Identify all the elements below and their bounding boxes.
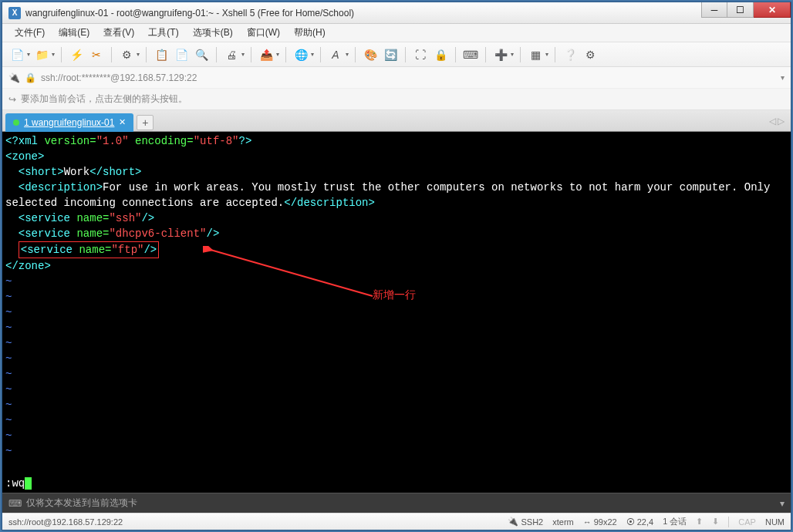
terminal[interactable]: <?xml version="1.0" encoding="utf-8"?> <…: [2, 132, 791, 493]
tilde-line: ~: [5, 428, 788, 443]
dropdown-icon[interactable]: ▾: [276, 51, 279, 58]
menu-window[interactable]: 窗口(W): [241, 24, 286, 42]
reconnect-icon[interactable]: ⚡: [68, 46, 85, 63]
tab-prev-icon[interactable]: ◁: [769, 116, 776, 126]
separator: [455, 47, 456, 62]
tilde-line: ~: [5, 335, 788, 351]
tilde-line: ~: [5, 443, 788, 459]
dropdown-icon[interactable]: ▾: [52, 51, 55, 58]
dropdown-icon[interactable]: ▾: [781, 73, 785, 82]
globe-icon[interactable]: 🌐: [292, 46, 309, 63]
separator: [111, 47, 112, 62]
tilde-line: ~: [5, 289, 788, 305]
xml-line: <service name="dhcpv6-client"/>: [5, 226, 788, 241]
menubar: 文件(F) 编辑(E) 查看(V) 工具(T) 选项卡(B) 窗口(W) 帮助(…: [2, 24, 791, 42]
dropdown-icon[interactable]: ▾: [241, 51, 245, 58]
layout-icon[interactable]: ▦: [527, 46, 544, 63]
separator: [520, 47, 521, 62]
status-connection: ssh://root@192.168.57.129:22: [8, 517, 508, 527]
minimize-button[interactable]: ─: [701, 2, 727, 18]
xml-line: </zone>: [5, 258, 788, 274]
xml-line-highlighted: <service name="ftp"/>: [5, 241, 788, 258]
close-button[interactable]: ✕: [754, 2, 791, 18]
dropdown-icon[interactable]: ▾: [545, 51, 548, 58]
transfer-icon[interactable]: 📤: [258, 46, 275, 63]
menu-tools[interactable]: 工具(T): [142, 24, 184, 42]
menu-file[interactable]: 文件(F): [8, 24, 51, 42]
window-controls: ─ ☐ ✕: [701, 2, 791, 18]
dropdown-icon[interactable]: ▾: [511, 51, 514, 58]
print-icon[interactable]: 🖨: [223, 46, 240, 63]
add-icon[interactable]: ➕: [492, 46, 509, 63]
separator: [61, 47, 62, 62]
tilde-line: ~: [5, 351, 788, 366]
menu-view[interactable]: 查看(V): [97, 24, 140, 42]
maximize-button[interactable]: ☐: [727, 2, 754, 18]
status-cap: CAP: [738, 517, 756, 527]
open-folder-icon[interactable]: 📁: [33, 46, 50, 63]
separator: [285, 47, 286, 62]
fullscreen-icon[interactable]: ⛶: [412, 46, 429, 63]
paste-icon[interactable]: 📄: [173, 46, 190, 63]
status-num: NUM: [765, 517, 785, 527]
tipbar: ↪ 要添加当前会话，点击左侧的箭头按钮。: [2, 89, 791, 110]
tilde-line: ~: [5, 382, 788, 397]
tab-session-1[interactable]: 1 wangruifenglinux-01 ✕: [5, 113, 133, 132]
properties-icon[interactable]: ⚙: [118, 46, 135, 63]
statusbar: ssh://root@192.168.57.129:22 🔌SSH2 xterm…: [2, 513, 791, 530]
separator: [555, 47, 555, 62]
input-placeholder[interactable]: 仅将文本发送到当前选项卡: [26, 497, 775, 510]
plug-icon: 🔌: [8, 72, 20, 83]
status-up-icon[interactable]: ⬆: [696, 517, 703, 527]
main-window: X wangruifenglinux-01 - root@wangruifeng…: [2, 2, 791, 530]
input-dropdown-icon[interactable]: ▾: [780, 498, 785, 509]
xml-line: <?xml version="1.0" encoding="utf-8"?>: [5, 133, 788, 149]
search-icon[interactable]: 🔍: [193, 46, 210, 63]
tilde-line: ~: [5, 397, 788, 412]
tab-label: 1 wangruifenglinux-01: [24, 117, 114, 128]
dropdown-icon[interactable]: ▾: [346, 51, 349, 58]
cursor-icon: [25, 477, 32, 490]
status-proto: 🔌SSH2: [508, 517, 543, 527]
xml-line: <zone>: [5, 149, 788, 164]
tabbar: 1 wangruifenglinux-01 ✕ + ◁ ▷: [2, 110, 791, 132]
tab-nav: ◁ ▷: [769, 116, 785, 126]
dropdown-icon[interactable]: ▾: [137, 51, 140, 58]
font-icon[interactable]: A: [327, 46, 344, 63]
tilde-line: ~: [5, 366, 788, 382]
menu-edit[interactable]: 编辑(E): [52, 24, 96, 42]
help-icon[interactable]: ❔: [562, 46, 579, 63]
tilde-line: ~: [5, 320, 788, 335]
keyboard-icon[interactable]: ⌨: [462, 46, 479, 63]
status-sessions: 1 会话: [663, 516, 687, 527]
tilde-line: ~: [5, 412, 788, 428]
color-icon[interactable]: 🎨: [362, 46, 379, 63]
refresh-icon[interactable]: 🔄: [382, 46, 399, 63]
separator: [216, 47, 217, 62]
separator: [728, 517, 729, 527]
separator: [251, 47, 251, 62]
status-term: xterm: [552, 517, 574, 527]
tip-text: 要添加当前会话，点击左侧的箭头按钮。: [21, 93, 187, 106]
dropdown-icon[interactable]: ▾: [27, 51, 30, 58]
app-icon: X: [8, 7, 21, 19]
copy-icon[interactable]: 📋: [153, 46, 170, 63]
new-session-icon[interactable]: 📄: [8, 46, 25, 63]
dropdown-icon[interactable]: ▾: [311, 51, 314, 58]
disconnect-icon[interactable]: ✂: [88, 46, 105, 63]
address-text[interactable]: ssh://root:********@192.168.57.129:22: [41, 72, 776, 83]
menu-help[interactable]: 帮助(H): [288, 24, 332, 42]
tip-arrow-icon[interactable]: ↪: [8, 94, 16, 105]
settings-icon[interactable]: ⚙: [582, 46, 599, 63]
status-down-icon[interactable]: ⬇: [712, 517, 719, 527]
tab-add-button[interactable]: +: [137, 115, 154, 130]
inputbar[interactable]: ⌨ 仅将文本发送到当前选项卡 ▾: [2, 493, 791, 513]
lock-icon[interactable]: 🔒: [432, 46, 449, 63]
xml-line: <short>Work</short>: [5, 164, 788, 180]
tab-close-icon[interactable]: ✕: [119, 117, 126, 127]
addressbar[interactable]: 🔌 🔒 ssh://root:********@192.168.57.129:2…: [2, 67, 791, 89]
tab-next-icon[interactable]: ▷: [778, 116, 785, 126]
xml-line: <service name="ssh"/>: [5, 210, 788, 226]
menu-tabs[interactable]: 选项卡(B): [187, 24, 239, 42]
titlebar[interactable]: X wangruifenglinux-01 - root@wangruifeng…: [2, 2, 791, 24]
